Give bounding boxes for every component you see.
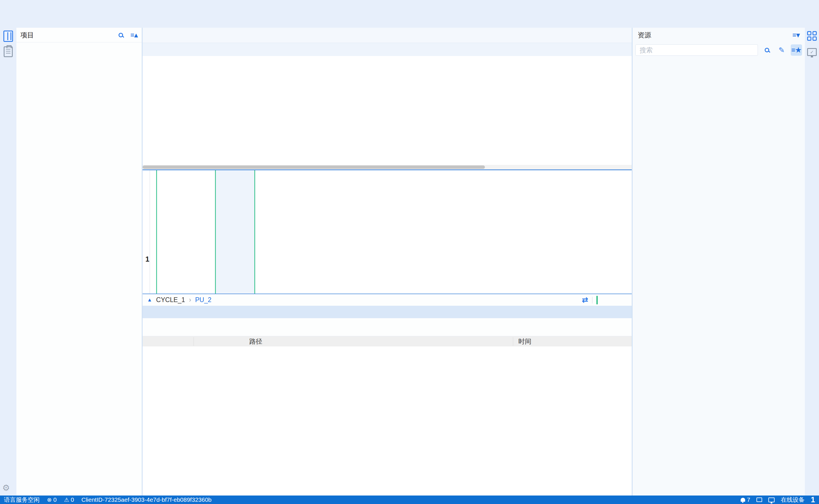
variable-table: [143, 56, 632, 165]
library-grid-icon[interactable]: [807, 31, 817, 41]
task-list-icon[interactable]: [4, 46, 13, 57]
resource-search-icon[interactable]: [761, 44, 773, 56]
collapse-panel-icon[interactable]: ▲: [147, 297, 152, 303]
menu-bar: [0, 0, 819, 15]
pack-function-block[interactable]: [215, 170, 255, 294]
left-activity-strip: ⚙: [0, 27, 16, 496]
online-device-icon[interactable]: [768, 497, 775, 502]
divider: [592, 297, 592, 303]
online-indicator-bar: [596, 296, 598, 304]
log-column-path: 路径: [194, 337, 262, 346]
log-rows: [143, 346, 632, 496]
project-tree: [16, 42, 142, 496]
info-panel: 路径 时间: [143, 306, 632, 496]
resource-sort-icon[interactable]: ≡▾: [792, 31, 800, 39]
swap-view-icon[interactable]: ⇄: [582, 296, 588, 304]
horizontal-scrollbar[interactable]: [143, 165, 632, 169]
resource-search-row: 搜索 ✎ ≡★: [633, 42, 805, 58]
log-table-header: 路径 时间: [143, 336, 632, 346]
notification-count[interactable]: 7: [741, 496, 750, 503]
rung-number: 1: [145, 255, 149, 263]
language-service-status: 语言服务空闲: [4, 496, 40, 504]
online-device-label: 在线设备: [781, 496, 805, 504]
scrollbar-thumb[interactable]: [143, 165, 485, 169]
bell-icon: [741, 498, 745, 502]
resource-favorites-icon[interactable]: ≡★: [791, 44, 802, 56]
project-panel-header: 项目 ≡▴: [16, 28, 142, 42]
error-icon: ⊗: [47, 497, 52, 503]
resource-edit-icon[interactable]: ✎: [776, 44, 787, 56]
project-view-icon[interactable]: [3, 31, 13, 42]
resource-panel-header: 资源 ≡▾: [633, 28, 805, 42]
breadcrumb-task[interactable]: CYCLE_1: [156, 296, 185, 304]
device-monitor-icon[interactable]: ✓: [807, 48, 817, 56]
project-panel: 项目 ≡▴: [16, 28, 143, 496]
editor-area: 1 ▲ CYCLE_1 › PU_2 ⇄ 路径: [143, 28, 632, 496]
project-panel-title: 项目: [20, 31, 115, 40]
editor-toolbar: [143, 43, 632, 56]
resource-panel: 资源 ≡▾ 搜索 ✎ ≡★: [632, 28, 805, 496]
resource-panel-title: 资源: [638, 31, 792, 40]
error-count: ⊗ 0: [47, 496, 57, 503]
breadcrumb-pou[interactable]: PU_2: [195, 296, 212, 304]
main-area: ⚙ 项目 ≡▴ 1 ▲ CYCLE_1: [0, 27, 819, 496]
warning-icon: ⚠: [64, 497, 69, 503]
rung-number-column: [143, 170, 150, 294]
client-id: ClientID-72325aef-3903-4e7d-bf7f-eb089f3…: [81, 496, 212, 503]
info-panel-tabs: [143, 306, 632, 318]
breadcrumb: ▲ CYCLE_1 › PU_2 ⇄: [143, 294, 632, 306]
info-subtabs: [143, 318, 632, 336]
app-window: ⚙ 项目 ≡▴ 1 ▲ CYCLE_1: [0, 0, 819, 504]
power-rail: [156, 170, 157, 294]
editor-tab-bar: [143, 28, 632, 43]
project-search-icon[interactable]: [115, 29, 126, 41]
resource-entries: [633, 58, 805, 496]
right-activity-strip: ✓: [805, 27, 819, 496]
ladder-editor[interactable]: 1: [143, 170, 632, 294]
main-toolbar: [0, 15, 819, 27]
project-filter-icon[interactable]: ≡▴: [130, 31, 138, 39]
status-bar: 语言服务空闲 ⊗ 0 ⚠ 0 ClientID-72325aef-3903-4e…: [0, 496, 819, 504]
resource-search-input[interactable]: 搜索: [635, 44, 758, 56]
breadcrumb-separator-icon: ›: [189, 296, 191, 304]
log-column-time: 时间: [513, 337, 632, 346]
warning-count: ⚠ 0: [64, 496, 74, 503]
window-icon[interactable]: [756, 497, 762, 502]
online-device-count: 1: [811, 496, 815, 504]
settings-gear-icon[interactable]: ⚙: [2, 483, 10, 493]
